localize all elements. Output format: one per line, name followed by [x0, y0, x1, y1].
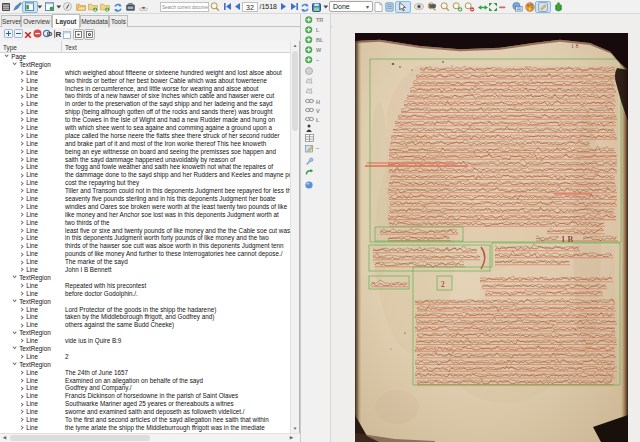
svg-text:1 8: 1 8 — [571, 43, 579, 49]
svg-text:2: 2 — [441, 280, 445, 289]
svg-text:R: R — [55, 30, 61, 39]
svg-text:ID: ID — [47, 31, 53, 37]
